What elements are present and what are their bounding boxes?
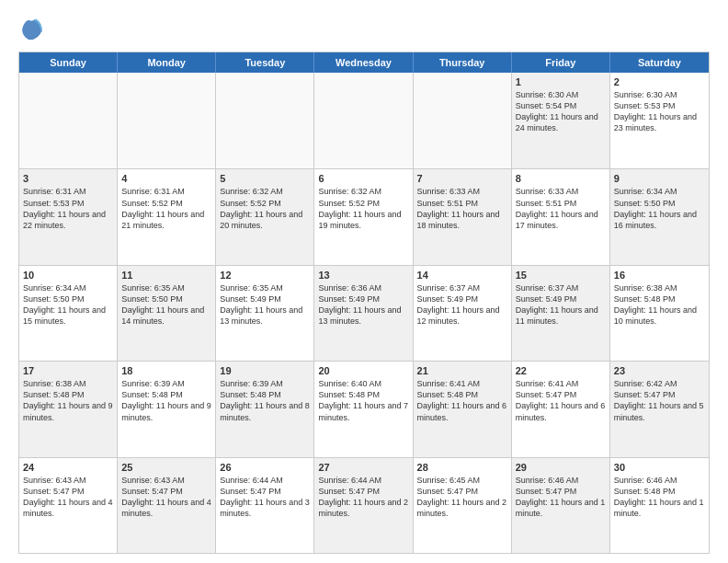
calendar-cell: 15Sunrise: 6:37 AMSunset: 5:49 PMDayligh… [512, 266, 610, 361]
cell-info: Sunrise: 6:41 AMSunset: 5:47 PMDaylight:… [516, 378, 606, 423]
weekday-header: Monday [118, 52, 216, 73]
calendar-cell: 24Sunrise: 6:43 AMSunset: 5:47 PMDayligh… [19, 458, 118, 553]
calendar-cell: 23Sunrise: 6:42 AMSunset: 5:47 PMDayligh… [610, 362, 709, 456]
day-number: 22 [516, 365, 606, 376]
day-number: 23 [614, 365, 705, 376]
cell-info: Sunrise: 6:39 AMSunset: 5:48 PMDaylight:… [220, 378, 310, 423]
calendar-cell: 16Sunrise: 6:38 AMSunset: 5:48 PMDayligh… [610, 266, 709, 361]
cell-info: Sunrise: 6:43 AMSunset: 5:47 PMDaylight:… [121, 475, 211, 520]
cell-info: Sunrise: 6:41 AMSunset: 5:48 PMDaylight:… [417, 378, 507, 423]
calendar-cell: 17Sunrise: 6:38 AMSunset: 5:48 PMDayligh… [19, 362, 118, 456]
calendar-cell: 18Sunrise: 6:39 AMSunset: 5:48 PMDayligh… [118, 362, 216, 456]
calendar-cell [414, 73, 512, 168]
calendar-cell: 27Sunrise: 6:44 AMSunset: 5:47 PMDayligh… [314, 458, 413, 553]
cell-info: Sunrise: 6:34 AMSunset: 5:50 PMDaylight:… [23, 282, 113, 327]
cell-info: Sunrise: 6:34 AMSunset: 5:50 PMDaylight:… [614, 186, 705, 231]
calendar-cell: 30Sunrise: 6:46 AMSunset: 5:48 PMDayligh… [610, 458, 709, 553]
logo-icon [18, 17, 44, 42]
calendar-row: 10Sunrise: 6:34 AMSunset: 5:50 PMDayligh… [19, 265, 709, 361]
cell-info: Sunrise: 6:30 AMSunset: 5:53 PMDaylight:… [614, 89, 705, 134]
day-number: 28 [417, 462, 507, 473]
day-number: 14 [417, 270, 507, 281]
calendar-cell: 28Sunrise: 6:45 AMSunset: 5:47 PMDayligh… [414, 458, 512, 553]
cell-info: Sunrise: 6:31 AMSunset: 5:53 PMDaylight:… [23, 186, 113, 231]
day-number: 21 [417, 365, 507, 376]
day-number: 1 [516, 76, 606, 87]
calendar: SundayMondayTuesdayWednesdayThursdayFrid… [18, 52, 710, 554]
day-number: 6 [318, 173, 408, 184]
day-number: 10 [23, 270, 113, 281]
calendar-cell: 29Sunrise: 6:46 AMSunset: 5:47 PMDayligh… [512, 458, 610, 553]
cell-info: Sunrise: 6:40 AMSunset: 5:48 PMDaylight:… [318, 378, 408, 423]
cell-info: Sunrise: 6:43 AMSunset: 5:47 PMDaylight:… [23, 475, 113, 520]
calendar-cell: 1Sunrise: 6:30 AMSunset: 5:54 PMDaylight… [512, 73, 610, 168]
calendar-cell: 19Sunrise: 6:39 AMSunset: 5:48 PMDayligh… [216, 362, 314, 456]
cell-info: Sunrise: 6:32 AMSunset: 5:52 PMDaylight:… [318, 186, 408, 231]
weekday-header: Saturday [610, 52, 709, 73]
cell-info: Sunrise: 6:46 AMSunset: 5:48 PMDaylight:… [614, 475, 705, 520]
day-number: 16 [614, 270, 705, 281]
calendar-cell [216, 73, 314, 168]
logo [18, 17, 48, 42]
day-number: 18 [121, 365, 211, 376]
day-number: 17 [23, 365, 113, 376]
day-number: 25 [121, 462, 211, 473]
calendar-cell: 22Sunrise: 6:41 AMSunset: 5:47 PMDayligh… [512, 362, 610, 456]
calendar-cell: 3Sunrise: 6:31 AMSunset: 5:53 PMDaylight… [19, 169, 118, 264]
calendar-cell: 9Sunrise: 6:34 AMSunset: 5:50 PMDaylight… [610, 169, 709, 264]
day-number: 30 [614, 462, 705, 473]
cell-info: Sunrise: 6:37 AMSunset: 5:49 PMDaylight:… [516, 282, 606, 327]
cell-info: Sunrise: 6:35 AMSunset: 5:50 PMDaylight:… [121, 282, 211, 327]
day-number: 12 [220, 270, 310, 281]
calendar-cell: 13Sunrise: 6:36 AMSunset: 5:49 PMDayligh… [314, 266, 413, 361]
day-number: 24 [23, 462, 113, 473]
day-number: 13 [318, 270, 408, 281]
day-number: 3 [23, 173, 113, 184]
cell-info: Sunrise: 6:39 AMSunset: 5:48 PMDaylight:… [121, 378, 211, 423]
day-number: 2 [614, 76, 705, 87]
weekday-header: Friday [512, 52, 610, 73]
cell-info: Sunrise: 6:44 AMSunset: 5:47 PMDaylight:… [220, 475, 310, 520]
cell-info: Sunrise: 6:35 AMSunset: 5:49 PMDaylight:… [220, 282, 310, 327]
calendar-cell [19, 73, 118, 168]
day-number: 9 [614, 173, 705, 184]
calendar-cell: 2Sunrise: 6:30 AMSunset: 5:53 PMDaylight… [610, 73, 709, 168]
calendar-cell: 20Sunrise: 6:40 AMSunset: 5:48 PMDayligh… [314, 362, 413, 456]
day-number: 19 [220, 365, 310, 376]
calendar-cell: 21Sunrise: 6:41 AMSunset: 5:48 PMDayligh… [414, 362, 512, 456]
cell-info: Sunrise: 6:44 AMSunset: 5:47 PMDaylight:… [318, 475, 408, 520]
cell-info: Sunrise: 6:38 AMSunset: 5:48 PMDaylight:… [23, 378, 113, 423]
day-number: 29 [516, 462, 606, 473]
cell-info: Sunrise: 6:42 AMSunset: 5:47 PMDaylight:… [614, 378, 705, 423]
calendar-cell: 26Sunrise: 6:44 AMSunset: 5:47 PMDayligh… [216, 458, 314, 553]
calendar-cell: 11Sunrise: 6:35 AMSunset: 5:50 PMDayligh… [118, 266, 216, 361]
day-number: 15 [516, 270, 606, 281]
cell-info: Sunrise: 6:37 AMSunset: 5:49 PMDaylight:… [417, 282, 507, 327]
calendar-cell: 25Sunrise: 6:43 AMSunset: 5:47 PMDayligh… [118, 458, 216, 553]
calendar-cell: 10Sunrise: 6:34 AMSunset: 5:50 PMDayligh… [19, 266, 118, 361]
calendar-row: 1Sunrise: 6:30 AMSunset: 5:54 PMDaylight… [19, 73, 709, 168]
cell-info: Sunrise: 6:38 AMSunset: 5:48 PMDaylight:… [614, 282, 705, 327]
weekday-header: Sunday [19, 52, 118, 73]
calendar-cell: 14Sunrise: 6:37 AMSunset: 5:49 PMDayligh… [414, 266, 512, 361]
day-number: 7 [417, 173, 507, 184]
calendar-row: 17Sunrise: 6:38 AMSunset: 5:48 PMDayligh… [19, 361, 709, 456]
calendar-cell: 6Sunrise: 6:32 AMSunset: 5:52 PMDaylight… [314, 169, 413, 264]
calendar-body: 1Sunrise: 6:30 AMSunset: 5:54 PMDaylight… [19, 73, 709, 553]
calendar-cell [118, 73, 216, 168]
cell-info: Sunrise: 6:33 AMSunset: 5:51 PMDaylight:… [417, 186, 507, 231]
calendar-cell: 7Sunrise: 6:33 AMSunset: 5:51 PMDaylight… [414, 169, 512, 264]
calendar-header: SundayMondayTuesdayWednesdayThursdayFrid… [19, 52, 709, 73]
calendar-row: 3Sunrise: 6:31 AMSunset: 5:53 PMDaylight… [19, 168, 709, 264]
day-number: 20 [318, 365, 408, 376]
calendar-cell: 4Sunrise: 6:31 AMSunset: 5:52 PMDaylight… [118, 169, 216, 264]
calendar-cell: 8Sunrise: 6:33 AMSunset: 5:51 PMDaylight… [512, 169, 610, 264]
weekday-header: Tuesday [216, 52, 314, 73]
cell-info: Sunrise: 6:31 AMSunset: 5:52 PMDaylight:… [121, 186, 211, 231]
page: SundayMondayTuesdayWednesdayThursdayFrid… [0, 0, 728, 563]
calendar-row: 24Sunrise: 6:43 AMSunset: 5:47 PMDayligh… [19, 457, 709, 553]
cell-info: Sunrise: 6:45 AMSunset: 5:47 PMDaylight:… [417, 475, 507, 520]
cell-info: Sunrise: 6:30 AMSunset: 5:54 PMDaylight:… [516, 89, 606, 134]
weekday-header: Thursday [414, 52, 512, 73]
day-number: 5 [220, 173, 310, 184]
